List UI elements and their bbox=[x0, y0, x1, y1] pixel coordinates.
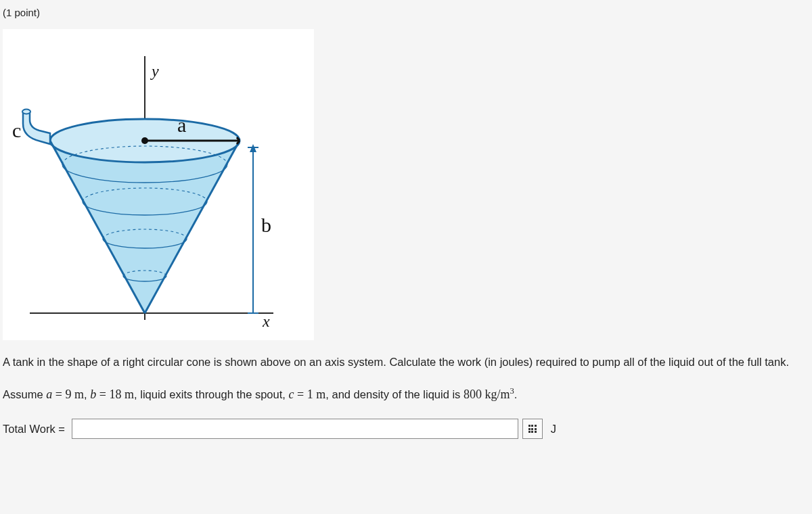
x-axis-label: x bbox=[262, 312, 270, 330]
val-b: 18 m bbox=[110, 388, 135, 401]
y-axis-label: y bbox=[150, 62, 159, 80]
answer-row: Total Work = J bbox=[3, 419, 809, 439]
var-c: c bbox=[288, 388, 294, 401]
density-text: , and density of the liquid is bbox=[325, 388, 464, 400]
equals-1: = bbox=[55, 388, 62, 401]
points-label: (1 point) bbox=[3, 5, 809, 21]
answer-input[interactable] bbox=[72, 419, 518, 439]
comma-1: , bbox=[84, 388, 90, 400]
radius-label: a bbox=[177, 114, 186, 136]
assumptions: Assume a = 9 m, b = 18 m, liquid exits t… bbox=[3, 385, 809, 404]
cone-diagram: y x a b c bbox=[3, 29, 314, 340]
var-a: a bbox=[46, 388, 52, 401]
val-a: 9 m bbox=[66, 388, 85, 401]
svg-point-9 bbox=[141, 137, 148, 144]
density-val: 800 kg/m3 bbox=[464, 388, 514, 401]
keypad-icon bbox=[528, 425, 537, 433]
period: . bbox=[514, 388, 518, 400]
height-label: b bbox=[261, 214, 271, 236]
assume-prefix: Assume bbox=[3, 388, 46, 400]
answer-unit: J bbox=[551, 421, 556, 438]
spout-label: c bbox=[12, 119, 21, 141]
density-num: 800 kg/m bbox=[464, 388, 510, 401]
svg-point-10 bbox=[22, 109, 30, 114]
val-c: 1 m bbox=[307, 388, 326, 401]
equals-2: = bbox=[99, 388, 106, 401]
answer-label: Total Work = bbox=[3, 421, 65, 438]
equation-helper-button[interactable] bbox=[522, 419, 543, 439]
equals-3: = bbox=[297, 388, 304, 401]
var-b: b bbox=[90, 388, 96, 401]
mid-text: , liquid exits through the spout, bbox=[134, 388, 288, 400]
problem-description: A tank in the shape of a right circular … bbox=[3, 354, 809, 371]
